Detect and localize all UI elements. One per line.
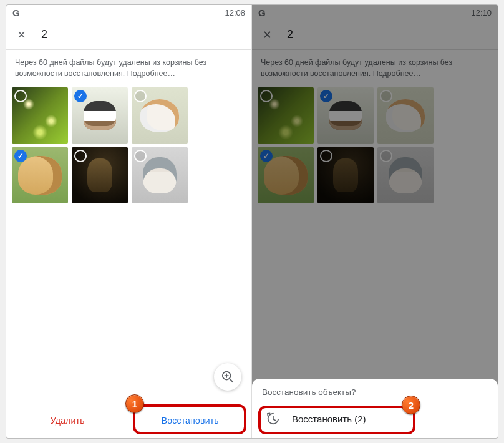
phone-right: G 12:10 ✕ 2 Через 60 дней файлы будут уд… xyxy=(252,5,498,438)
restore-button[interactable]: Восстановить xyxy=(129,402,252,438)
photo-bokeh[interactable] xyxy=(12,87,68,144)
bottom-action-bar: Удалить Восстановить xyxy=(6,402,251,438)
sheet-title: Восстановить объекты? xyxy=(262,387,488,397)
phone-left: G 12:08 ✕ 2 Через 60 дней файлы будут уд… xyxy=(6,5,252,438)
google-g-logo: G xyxy=(12,7,19,18)
checkbox-icon[interactable] xyxy=(134,90,147,102)
learn-more-link[interactable]: Подробнее… xyxy=(127,69,175,78)
restore-confirm-label: Восстановить (2) xyxy=(292,414,366,424)
delete-button[interactable]: Удалить xyxy=(6,402,129,438)
photo-monkey[interactable] xyxy=(72,147,128,203)
status-bar: G 12:08 xyxy=(6,5,251,20)
checkbox-icon[interactable] xyxy=(14,90,27,102)
checkbox-icon[interactable] xyxy=(134,150,147,162)
close-icon[interactable]: ✕ xyxy=(14,27,29,42)
checkbox-checked-icon[interactable]: ✓ xyxy=(74,90,87,102)
restore-bottom-sheet: Восстановить объекты? Восстановить (2) xyxy=(252,379,498,438)
photo-grid: ✓ ✓ xyxy=(6,85,251,205)
checkbox-checked-icon[interactable]: ✓ xyxy=(14,150,27,162)
status-time: 12:08 xyxy=(225,8,245,17)
checkbox-icon[interactable] xyxy=(74,150,87,162)
restore-history-icon xyxy=(266,412,279,426)
selection-count: 2 xyxy=(41,28,47,41)
magnify-plus-icon xyxy=(221,370,235,384)
notice-text: Через 60 дней файлы будут удалены из кор… xyxy=(15,58,206,78)
photo-puppies[interactable]: ✓ xyxy=(72,87,128,144)
photo-guinea-pig[interactable] xyxy=(132,87,188,144)
svg-line-1 xyxy=(230,379,233,382)
photo-golden-retriever[interactable]: ✓ xyxy=(12,147,68,203)
modal-scrim[interactable] xyxy=(252,5,498,438)
restore-confirm-button[interactable]: Восстановить (2) xyxy=(262,406,488,432)
photo-dog-hat[interactable] xyxy=(132,147,188,203)
app-bar: ✕ 2 xyxy=(6,20,251,50)
zoom-fab[interactable] xyxy=(214,363,241,391)
trash-notice: Через 60 дней файлы будут удалены из кор… xyxy=(6,50,251,85)
side-by-side-container: G 12:08 ✕ 2 Через 60 дней файлы будут уд… xyxy=(6,4,498,439)
